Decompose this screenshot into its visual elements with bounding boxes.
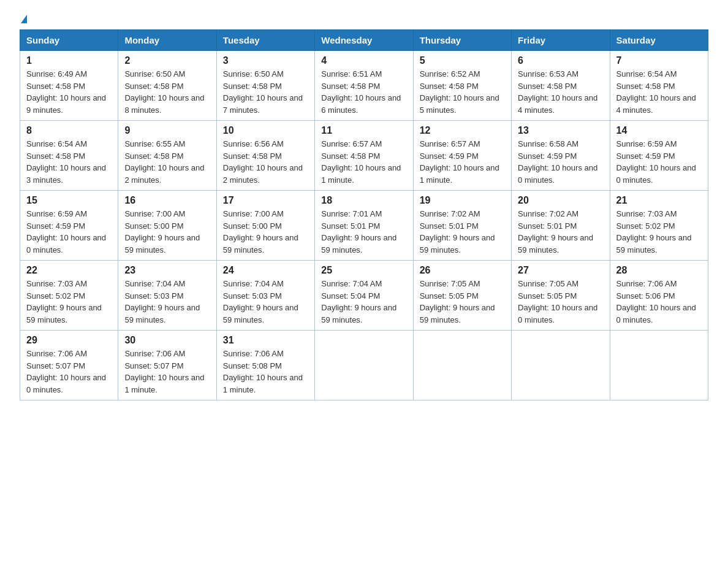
sunset-info: Sunset: 5:07 PM bbox=[26, 361, 85, 370]
sunrise-info: Sunrise: 7:02 AM bbox=[420, 209, 480, 218]
calendar-cell: 15Sunrise: 6:59 AMSunset: 4:59 PMDayligh… bbox=[20, 191, 118, 261]
calendar-cell: 24Sunrise: 7:04 AMSunset: 5:03 PMDayligh… bbox=[216, 261, 314, 331]
day-info: Sunrise: 6:50 AMSunset: 4:58 PMDaylight:… bbox=[223, 68, 308, 116]
calendar-header-tuesday: Tuesday bbox=[216, 30, 314, 51]
sunrise-info: Sunrise: 6:50 AM bbox=[124, 69, 185, 79]
sunrise-info: Sunrise: 6:51 AM bbox=[321, 69, 382, 79]
sunrise-info: Sunrise: 7:01 AM bbox=[321, 209, 382, 218]
day-info: Sunrise: 6:50 AMSunset: 4:58 PMDaylight:… bbox=[124, 68, 210, 116]
calendar-cell: 8Sunrise: 6:54 AMSunset: 4:58 PMDaylight… bbox=[20, 121, 118, 191]
day-info: Sunrise: 7:06 AMSunset: 5:06 PMDaylight:… bbox=[616, 278, 702, 326]
day-info: Sunrise: 6:56 AMSunset: 4:58 PMDaylight:… bbox=[223, 138, 308, 186]
sunrise-info: Sunrise: 7:03 AM bbox=[616, 209, 677, 218]
daylight-info: Daylight: 10 hours and 5 minutes. bbox=[420, 93, 499, 115]
day-number: 6 bbox=[518, 55, 603, 66]
sunrise-info: Sunrise: 6:54 AM bbox=[616, 69, 677, 79]
sunset-info: Sunset: 5:02 PM bbox=[616, 221, 675, 231]
sunset-info: Sunset: 5:01 PM bbox=[321, 221, 380, 231]
sunrise-info: Sunrise: 7:06 AM bbox=[124, 349, 185, 358]
sunset-info: Sunset: 4:58 PM bbox=[616, 82, 675, 91]
sunrise-info: Sunrise: 7:04 AM bbox=[321, 279, 382, 288]
day-number: 28 bbox=[616, 265, 702, 276]
sunrise-info: Sunrise: 6:53 AM bbox=[518, 69, 578, 79]
sunset-info: Sunset: 4:59 PM bbox=[518, 151, 577, 161]
day-number: 22 bbox=[26, 265, 112, 276]
sunset-info: Sunset: 4:58 PM bbox=[26, 82, 85, 91]
daylight-info: Daylight: 9 hours and 59 minutes. bbox=[616, 233, 692, 255]
daylight-info: Daylight: 9 hours and 59 minutes. bbox=[26, 303, 102, 324]
sunset-info: Sunset: 4:58 PM bbox=[124, 151, 183, 161]
logo bbox=[20, 15, 27, 23]
sunrise-info: Sunrise: 7:00 AM bbox=[124, 209, 185, 218]
calendar-cell: 25Sunrise: 7:04 AMSunset: 5:04 PMDayligh… bbox=[315, 261, 413, 331]
sunset-info: Sunset: 4:58 PM bbox=[124, 82, 183, 91]
calendar-week-1: 1Sunrise: 6:49 AMSunset: 4:58 PMDaylight… bbox=[20, 51, 708, 121]
day-number: 4 bbox=[321, 55, 406, 66]
day-number: 13 bbox=[518, 125, 603, 136]
calendar-week-5: 29Sunrise: 7:06 AMSunset: 5:07 PMDayligh… bbox=[20, 331, 708, 400]
logo-triangle-icon bbox=[21, 15, 27, 23]
day-info: Sunrise: 6:59 AMSunset: 4:59 PMDaylight:… bbox=[26, 208, 112, 256]
calendar-header-wednesday: Wednesday bbox=[315, 30, 413, 51]
calendar-cell: 16Sunrise: 7:00 AMSunset: 5:00 PMDayligh… bbox=[118, 191, 216, 261]
calendar-cell: 10Sunrise: 6:56 AMSunset: 4:58 PMDayligh… bbox=[216, 121, 314, 191]
sunset-info: Sunset: 5:06 PM bbox=[616, 291, 675, 301]
calendar-cell: 23Sunrise: 7:04 AMSunset: 5:03 PMDayligh… bbox=[118, 261, 216, 331]
sunrise-info: Sunrise: 7:06 AM bbox=[616, 279, 677, 288]
daylight-info: Daylight: 9 hours and 59 minutes. bbox=[223, 303, 298, 324]
day-number: 14 bbox=[616, 125, 702, 136]
day-number: 2 bbox=[124, 55, 210, 66]
calendar-cell: 4Sunrise: 6:51 AMSunset: 4:58 PMDaylight… bbox=[315, 51, 413, 121]
calendar-body: 1Sunrise: 6:49 AMSunset: 4:58 PMDaylight… bbox=[20, 51, 708, 400]
day-info: Sunrise: 7:02 AMSunset: 5:01 PMDaylight:… bbox=[518, 208, 603, 256]
calendar-cell: 1Sunrise: 6:49 AMSunset: 4:58 PMDaylight… bbox=[20, 51, 118, 121]
calendar-cell: 20Sunrise: 7:02 AMSunset: 5:01 PMDayligh… bbox=[512, 191, 610, 261]
calendar-table: SundayMondayTuesdayWednesdayThursdayFrid… bbox=[20, 29, 708, 400]
calendar-cell: 17Sunrise: 7:00 AMSunset: 5:00 PMDayligh… bbox=[216, 191, 314, 261]
daylight-info: Daylight: 10 hours and 2 minutes. bbox=[223, 163, 303, 185]
day-number: 5 bbox=[420, 55, 505, 66]
daylight-info: Daylight: 10 hours and 1 minute. bbox=[124, 373, 204, 394]
sunrise-info: Sunrise: 7:04 AM bbox=[124, 279, 185, 288]
calendar-week-3: 15Sunrise: 6:59 AMSunset: 4:59 PMDayligh… bbox=[20, 191, 708, 261]
sunrise-info: Sunrise: 7:06 AM bbox=[26, 349, 87, 358]
daylight-info: Daylight: 9 hours and 59 minutes. bbox=[124, 233, 200, 255]
day-info: Sunrise: 7:02 AMSunset: 5:01 PMDaylight:… bbox=[420, 208, 505, 256]
day-info: Sunrise: 7:03 AMSunset: 5:02 PMDaylight:… bbox=[616, 208, 702, 256]
daylight-info: Daylight: 10 hours and 0 minutes. bbox=[26, 373, 106, 394]
day-number: 26 bbox=[420, 265, 505, 276]
daylight-info: Daylight: 9 hours and 59 minutes. bbox=[321, 303, 396, 324]
sunrise-info: Sunrise: 7:00 AM bbox=[223, 209, 284, 218]
calendar-header-sunday: Sunday bbox=[20, 30, 118, 51]
sunrise-info: Sunrise: 6:52 AM bbox=[420, 69, 480, 79]
day-number: 10 bbox=[223, 125, 308, 136]
daylight-info: Daylight: 10 hours and 8 minutes. bbox=[124, 93, 204, 115]
calendar-cell: 5Sunrise: 6:52 AMSunset: 4:58 PMDaylight… bbox=[413, 51, 511, 121]
sunrise-info: Sunrise: 7:02 AM bbox=[518, 209, 578, 218]
day-info: Sunrise: 6:58 AMSunset: 4:59 PMDaylight:… bbox=[518, 138, 603, 186]
page-header bbox=[20, 15, 708, 23]
day-number: 18 bbox=[321, 195, 406, 206]
daylight-info: Daylight: 9 hours and 59 minutes. bbox=[321, 233, 396, 255]
day-number: 15 bbox=[26, 195, 112, 206]
daylight-info: Daylight: 10 hours and 0 minutes. bbox=[518, 163, 597, 185]
day-info: Sunrise: 6:57 AMSunset: 4:58 PMDaylight:… bbox=[321, 138, 406, 186]
sunset-info: Sunset: 4:59 PM bbox=[26, 221, 85, 231]
sunrise-info: Sunrise: 6:57 AM bbox=[420, 139, 480, 148]
sunset-info: Sunset: 5:01 PM bbox=[518, 221, 577, 231]
day-number: 30 bbox=[124, 335, 210, 346]
daylight-info: Daylight: 9 hours and 59 minutes. bbox=[420, 303, 495, 324]
calendar-cell: 30Sunrise: 7:06 AMSunset: 5:07 PMDayligh… bbox=[118, 331, 216, 400]
day-info: Sunrise: 6:51 AMSunset: 4:58 PMDaylight:… bbox=[321, 68, 406, 116]
day-info: Sunrise: 7:00 AMSunset: 5:00 PMDaylight:… bbox=[223, 208, 308, 256]
day-info: Sunrise: 7:05 AMSunset: 5:05 PMDaylight:… bbox=[420, 278, 505, 326]
calendar-header-row: SundayMondayTuesdayWednesdayThursdayFrid… bbox=[20, 30, 708, 51]
day-info: Sunrise: 7:04 AMSunset: 5:03 PMDaylight:… bbox=[223, 278, 308, 326]
sunrise-info: Sunrise: 6:54 AM bbox=[26, 139, 87, 148]
calendar-week-2: 8Sunrise: 6:54 AMSunset: 4:58 PMDaylight… bbox=[20, 121, 708, 191]
sunset-info: Sunset: 4:58 PM bbox=[223, 151, 282, 161]
day-number: 12 bbox=[420, 125, 505, 136]
daylight-info: Daylight: 10 hours and 4 minutes. bbox=[518, 93, 597, 115]
day-info: Sunrise: 7:06 AMSunset: 5:07 PMDaylight:… bbox=[124, 348, 210, 396]
calendar-header-thursday: Thursday bbox=[413, 30, 511, 51]
